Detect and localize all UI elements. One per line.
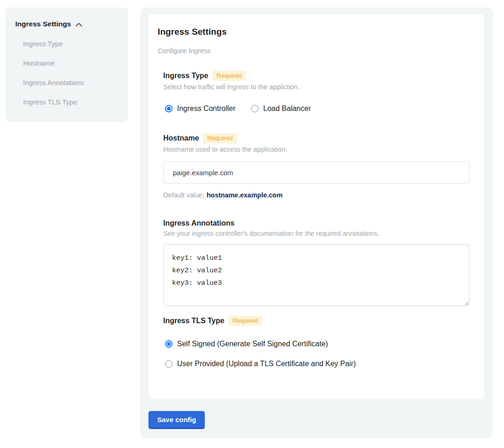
required-badge: Required — [203, 133, 237, 143]
page-title: Ingress Settings — [158, 27, 469, 37]
sidebar-group-ingress-settings[interactable]: Ingress Settings — [15, 20, 120, 28]
section-ingress-type: Ingress Type Required Select how traffic… — [163, 71, 469, 113]
hostname-input[interactable] — [163, 161, 469, 184]
radio-label[interactable]: Load Balancer — [263, 104, 311, 113]
radio-self-signed[interactable] — [165, 340, 172, 348]
ingress-annotations-label: Ingress Annotations — [163, 219, 234, 227]
radio-load-balancer[interactable] — [251, 105, 258, 112]
required-badge: Required — [213, 71, 246, 81]
hostname-description: Hostname used to access the application. — [163, 146, 469, 153]
radio-option-self-signed[interactable]: Self Signed (Generate Self Signed Certif… — [165, 340, 469, 348]
section-ingress-tls-type: Ingress TLS Type Required Self Signed (G… — [163, 316, 469, 368]
save-config-button[interactable]: Save config — [148, 411, 205, 429]
ingress-type-label: Ingress Type — [163, 72, 209, 80]
page-subtitle: Configure Ingress — [158, 47, 469, 55]
ingress-annotations-description: See your ingress controller's documentat… — [163, 230, 469, 237]
ingress-type-radio-group: Ingress Controller Load Balancer — [165, 104, 469, 113]
radio-label[interactable]: User Provided (Upload a TLS Certificate … — [177, 360, 356, 368]
section-ingress-annotations: Ingress Annotations See your ingress con… — [163, 219, 469, 306]
radio-ingress-controller[interactable] — [165, 105, 172, 112]
radio-label[interactable]: Ingress Controller — [177, 104, 235, 113]
default-value-text: hostname.example.com — [207, 191, 283, 199]
radio-user-provided[interactable] — [165, 360, 172, 368]
default-value-label: Default value: — [163, 191, 204, 199]
ingress-annotations-textarea[interactable]: key1: value1 key2: value2 key3: value3 — [163, 244, 469, 306]
ingress-tls-radio-group: Self Signed (Generate Self Signed Certif… — [165, 340, 469, 368]
sidebar-item-ingress-annotations[interactable]: Ingress Annotations — [23, 79, 120, 86]
hostname-label: Hostname — [163, 134, 199, 142]
sidebar-item-hostname[interactable]: Hostname — [23, 60, 120, 67]
config-sidebar: Ingress Settings Ingress Type Hostname I… — [6, 7, 128, 122]
config-panel: Ingress Settings Configure Ingress Ingre… — [140, 7, 493, 438]
hostname-default-line: Default value:hostname.example.com — [163, 191, 469, 199]
ingress-type-description: Select how traffic will ingress to the a… — [163, 83, 469, 91]
ingress-tls-type-label: Ingress TLS Type — [163, 317, 224, 325]
sidebar-item-ingress-tls-type[interactable]: Ingress TLS Type — [23, 98, 120, 106]
sidebar-items: Ingress Type Hostname Ingress Annotation… — [15, 40, 120, 106]
page: Ingress Settings Ingress Type Hostname I… — [0, 0, 504, 448]
ingress-settings-card: Ingress Settings Configure Ingress Ingre… — [148, 14, 484, 399]
radio-option-user-provided[interactable]: User Provided (Upload a TLS Certificate … — [165, 360, 469, 368]
sidebar-group-label: Ingress Settings — [15, 20, 71, 28]
section-hostname: Hostname Required Hostname used to acces… — [163, 133, 469, 199]
radio-option-ingress-controller[interactable]: Ingress Controller — [165, 104, 235, 113]
sidebar-item-ingress-type[interactable]: Ingress Type — [23, 40, 120, 48]
chevron-up-icon — [75, 22, 82, 27]
radio-option-load-balancer[interactable]: Load Balancer — [251, 104, 311, 113]
radio-label[interactable]: Self Signed (Generate Self Signed Certif… — [177, 340, 328, 348]
required-badge: Required — [228, 316, 262, 326]
